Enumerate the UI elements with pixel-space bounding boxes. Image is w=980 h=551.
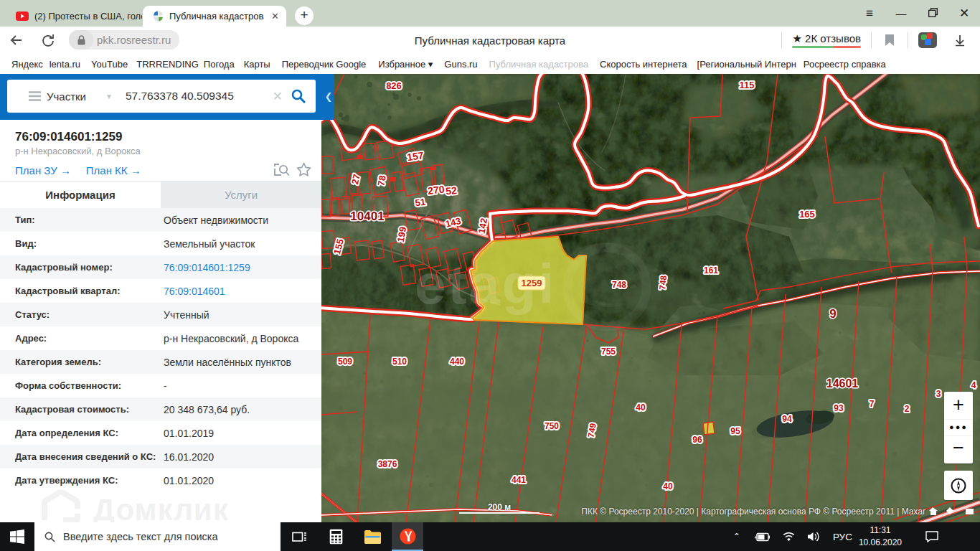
svg-text:1259: 1259	[522, 278, 542, 288]
svg-text:93: 93	[834, 403, 844, 413]
svg-text:750: 750	[545, 421, 559, 431]
svg-text:3: 3	[936, 389, 941, 399]
svg-text:440: 440	[450, 357, 464, 367]
svg-text:52: 52	[445, 184, 457, 197]
svg-text:748: 748	[612, 280, 626, 290]
svg-text:96: 96	[692, 435, 702, 445]
svg-text:10401: 10401	[350, 209, 384, 223]
svg-text:94: 94	[782, 414, 792, 424]
svg-text:510: 510	[392, 357, 407, 367]
svg-text:27: 27	[349, 173, 362, 185]
svg-text:157: 157	[406, 149, 425, 163]
svg-text:51: 51	[415, 197, 426, 209]
svg-text:7: 7	[870, 399, 875, 409]
svg-text:826: 826	[386, 80, 402, 91]
svg-text:755: 755	[601, 347, 616, 357]
svg-text:78: 78	[375, 174, 387, 187]
svg-text:270: 270	[427, 184, 445, 197]
svg-text:161: 161	[704, 265, 718, 276]
svg-text:40: 40	[663, 481, 673, 491]
svg-text:509: 509	[338, 357, 352, 367]
svg-text:165: 165	[799, 209, 815, 220]
svg-text:3876: 3876	[378, 459, 397, 469]
svg-text:4: 4	[971, 380, 976, 390]
svg-text:9: 9	[829, 307, 836, 321]
svg-text:2: 2	[905, 404, 910, 414]
svg-text:748: 748	[657, 275, 669, 290]
svg-text:115: 115	[740, 80, 755, 90]
svg-text:40: 40	[636, 402, 646, 413]
svg-text:14601: 14601	[826, 377, 859, 390]
svg-text:441: 441	[512, 475, 526, 485]
svg-text:95: 95	[730, 426, 740, 436]
